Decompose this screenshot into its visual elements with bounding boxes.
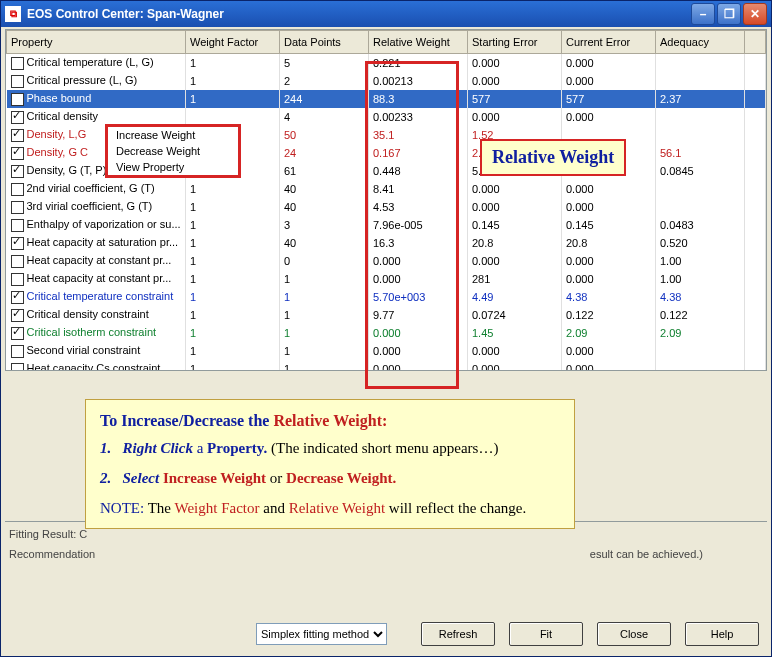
table-row[interactable]: Heat capacity at constant pr...110.00028… [7, 270, 766, 288]
row-checkbox[interactable] [11, 291, 24, 304]
cell: 0.000 [369, 252, 468, 270]
row-checkbox[interactable] [11, 129, 24, 142]
title-bar[interactable]: ⧉ EOS Control Center: Span-Wagner – ❐ ✕ [1, 1, 771, 27]
row-checkbox[interactable] [11, 75, 24, 88]
cell: 1 [186, 324, 280, 342]
cell: 0.145 [468, 216, 562, 234]
fit-button[interactable]: Fit [509, 622, 583, 646]
row-checkbox[interactable] [11, 309, 24, 322]
cell: 0.000 [369, 324, 468, 342]
maximize-button[interactable]: ❐ [717, 3, 741, 25]
row-checkbox[interactable] [11, 147, 24, 160]
cell: 1 [186, 90, 280, 108]
row-checkbox[interactable] [11, 201, 24, 214]
table-row[interactable]: Critical temperature constraint115.70e+0… [7, 288, 766, 306]
column-header[interactable]: Adequacy [656, 31, 745, 54]
cell: 7.96e-005 [369, 216, 468, 234]
cell: 1 [280, 342, 369, 360]
cell: 0.00233 [369, 108, 468, 126]
cell: 2 [280, 72, 369, 90]
menu-increase-weight[interactable]: Increase Weight [108, 127, 238, 143]
table-row[interactable]: 3rd virial coefficient, G (T)1404.530.00… [7, 198, 766, 216]
property-name: Density, L,G [27, 128, 87, 140]
cell: 577 [562, 90, 656, 108]
column-header[interactable]: Relative Weight [369, 31, 468, 54]
cell: 0.000 [562, 342, 656, 360]
cell: 1 [280, 270, 369, 288]
property-name: 2nd virial coefficient, G (T) [27, 182, 155, 194]
note-n3: and [259, 500, 288, 516]
cell [656, 360, 745, 371]
table-row[interactable]: Second virial constraint110.0000.0000.00… [7, 342, 766, 360]
cell: 50 [280, 126, 369, 144]
cell [656, 54, 745, 73]
column-header[interactable]: Weight Factor [186, 31, 280, 54]
close-button[interactable]: Close [597, 622, 671, 646]
table-row[interactable]: Enthalpy of vaporization or su...137.96e… [7, 216, 766, 234]
note-n2: Weight Factor [174, 500, 259, 516]
fitting-method-select[interactable]: Simplex fitting method [256, 623, 387, 645]
column-header[interactable]: Starting Error [468, 31, 562, 54]
table-row[interactable]: Critical density constraint119.770.07240… [7, 306, 766, 324]
row-checkbox[interactable] [11, 345, 24, 358]
cell: 1 [186, 342, 280, 360]
cell: 0.167 [369, 144, 468, 162]
row-checkbox[interactable] [11, 237, 24, 250]
property-name: Critical pressure (L, G) [27, 74, 138, 86]
table-row[interactable]: 2nd virial coefficient, G (T)1408.410.00… [7, 180, 766, 198]
table-row[interactable]: Heat capacity at constant pr...100.0000.… [7, 252, 766, 270]
row-checkbox[interactable] [11, 255, 24, 268]
row-checkbox[interactable] [11, 57, 24, 70]
table-row[interactable]: Critical pressure (L, G)120.002130.0000.… [7, 72, 766, 90]
note-l1a: Right Click [123, 440, 193, 456]
recommendation-label: Recommendation [9, 548, 95, 560]
cell: 0.448 [369, 162, 468, 180]
menu-view-property[interactable]: View Property [108, 159, 238, 175]
column-header[interactable]: Data Points [280, 31, 369, 54]
property-name: Density, G C [27, 146, 89, 158]
cell: 1 [186, 198, 280, 216]
cell: 0.000 [468, 54, 562, 73]
table-row[interactable]: Heat capacity Cs constraint110.0000.0000… [7, 360, 766, 371]
minimize-button[interactable]: – [691, 3, 715, 25]
menu-decrease-weight[interactable]: Decrease Weight [108, 143, 238, 159]
cell: 9.77 [369, 306, 468, 324]
cell: 5 [280, 54, 369, 73]
cell: 20.8 [562, 234, 656, 252]
cell: 0.0845 [656, 162, 745, 180]
row-checkbox[interactable] [11, 327, 24, 340]
cell: 40 [280, 234, 369, 252]
row-checkbox[interactable] [11, 219, 24, 232]
table-row[interactable]: Phase bound124488.35775772.37 [7, 90, 766, 108]
table-row[interactable]: Critical isotherm constraint110.0001.452… [7, 324, 766, 342]
cell: 1 [186, 306, 280, 324]
note-l1d: (The indicated short menu appears…) [267, 440, 498, 456]
row-checkbox[interactable] [11, 111, 24, 124]
cell: 1 [280, 288, 369, 306]
cell: 0.000 [468, 342, 562, 360]
data-grid[interactable]: PropertyWeight FactorData PointsRelative… [5, 29, 767, 371]
property-name: Second virial constraint [27, 344, 141, 356]
property-name: Heat capacity Cs constraint [27, 362, 161, 371]
row-checkbox[interactable] [11, 363, 24, 371]
table-row[interactable]: Heat capacity at saturation pr...14016.3… [7, 234, 766, 252]
cell [656, 108, 745, 126]
row-checkbox[interactable] [11, 165, 24, 178]
cell: 8.41 [369, 180, 468, 198]
row-checkbox[interactable] [11, 93, 24, 106]
row-checkbox[interactable] [11, 183, 24, 196]
row-checkbox[interactable] [11, 273, 24, 286]
cell: 4.53 [369, 198, 468, 216]
cell: 0.221 [369, 54, 468, 73]
cell: 1.00 [656, 270, 745, 288]
cell: 0 [280, 252, 369, 270]
window-content: PropertyWeight FactorData PointsRelative… [5, 29, 767, 652]
cell: 0.00213 [369, 72, 468, 90]
column-header[interactable]: Current Error [562, 31, 656, 54]
table-row[interactable]: Critical temperature (L, G)150.2210.0000… [7, 54, 766, 73]
help-button[interactable]: Help [685, 622, 759, 646]
cell: 5.70e+003 [369, 288, 468, 306]
refresh-button[interactable]: Refresh [421, 622, 495, 646]
close-window-button[interactable]: ✕ [743, 3, 767, 25]
column-header[interactable]: Property [7, 31, 186, 54]
